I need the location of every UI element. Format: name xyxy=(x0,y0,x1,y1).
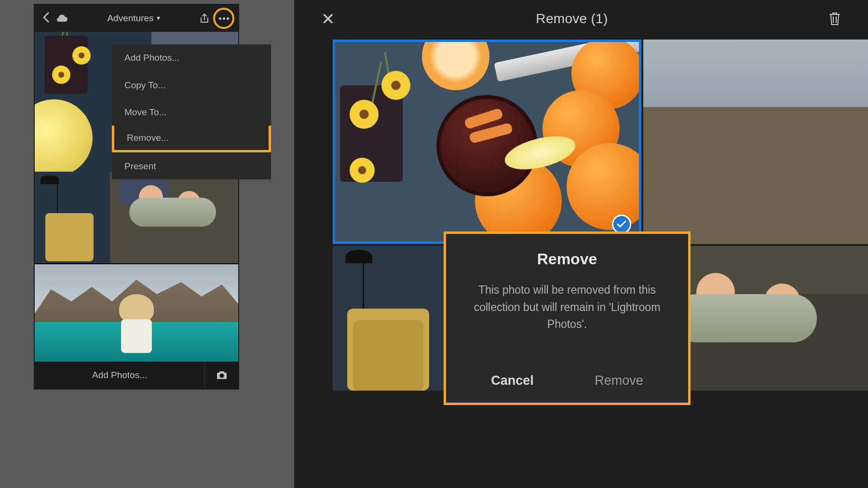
menu-item-copy-to[interactable]: Copy To... xyxy=(112,71,271,98)
left-panel-phone: Adventures▾ xyxy=(34,4,239,390)
remove-title: Remove (1) xyxy=(315,11,828,27)
collection-header: Adventures▾ xyxy=(35,5,238,32)
menu-item-remove[interactable]: Remove... xyxy=(112,125,271,152)
selected-photo[interactable] xyxy=(333,40,641,244)
tutorial-highlight-ring xyxy=(213,8,234,29)
photo-thumbnail[interactable] xyxy=(643,40,868,244)
confirm-remove-button[interactable]: Remove xyxy=(595,373,643,388)
right-panel-remove: ✕ Remove (1) xyxy=(294,0,868,488)
menu-item-add-photos[interactable]: Add Photos... xyxy=(112,44,271,71)
cancel-button[interactable]: Cancel xyxy=(491,373,534,388)
remove-grid: Remove This photo will be removed from t… xyxy=(333,40,829,488)
back-icon[interactable] xyxy=(39,11,53,26)
collection-title-label: Adventures xyxy=(107,13,153,23)
selection-check-icon[interactable] xyxy=(612,215,631,234)
share-icon[interactable] xyxy=(196,13,213,24)
more-menu-button[interactable] xyxy=(213,8,234,29)
photo-thumbnail[interactable] xyxy=(35,172,110,263)
menu-item-present[interactable]: Present xyxy=(112,152,271,179)
dialog-title: Remove xyxy=(537,250,597,268)
collection-title[interactable]: Adventures▾ xyxy=(71,13,196,24)
dialog-body: This photo will be removed from this col… xyxy=(461,282,674,333)
photo-thumbnail[interactable] xyxy=(110,172,238,263)
remove-header: ✕ Remove (1) xyxy=(294,0,868,38)
camera-button[interactable] xyxy=(204,362,238,389)
chevron-down-icon: ▾ xyxy=(157,14,160,22)
footer-bar: Add Photos... xyxy=(35,362,238,389)
add-photos-button[interactable]: Add Photos... xyxy=(35,370,204,380)
remove-confirm-dialog: Remove This photo will be removed from t… xyxy=(444,231,691,405)
trash-icon[interactable] xyxy=(828,12,841,26)
menu-item-move-to[interactable]: Move To... xyxy=(112,98,271,125)
overflow-menu: Add Photos... Copy To... Move To... Remo… xyxy=(112,44,271,179)
cloud-sync-icon[interactable] xyxy=(53,14,71,23)
svg-point-0 xyxy=(219,374,224,378)
photo-thumbnail[interactable] xyxy=(35,264,238,364)
